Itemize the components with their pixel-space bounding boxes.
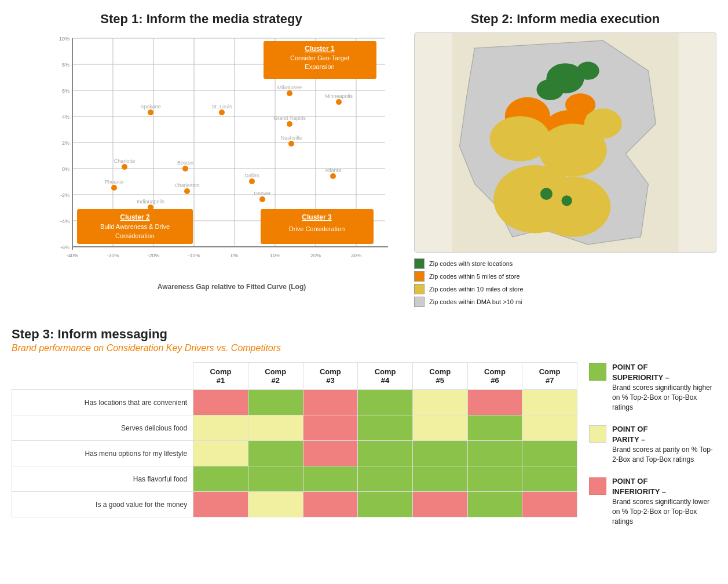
svg-text:Cluster 3: Cluster 3 xyxy=(302,213,332,221)
legend-label-store: Zip codes with store locations xyxy=(429,260,513,267)
legend-superiority-text: POINT OFSUPERIORITY – Brand scores signi… xyxy=(612,362,716,413)
cell-r1-c1 xyxy=(248,415,303,441)
inferiority-desc: Brand scores significantly lower on % To… xyxy=(612,497,716,526)
cell-r3-c3 xyxy=(358,466,413,492)
dot-grandrapids xyxy=(287,121,292,127)
dot-stlouis xyxy=(219,110,225,115)
legend-inferiority: POINT OFINFERIORITY – Brand scores signi… xyxy=(589,476,716,527)
svg-text:Boston: Boston xyxy=(177,160,193,166)
legend-parity: POINT OFPARITY – Brand scores at parity … xyxy=(589,424,716,465)
svg-text:30%: 30% xyxy=(351,253,361,258)
cell-r2-c5 xyxy=(467,441,522,466)
svg-point-78 xyxy=(540,188,553,200)
table-row: Serves delicious food xyxy=(12,415,577,441)
cell-r3-c0 xyxy=(193,466,248,492)
cell-r1-c2 xyxy=(303,415,358,441)
parity-title: POINT OFPARITY – xyxy=(612,424,716,445)
svg-point-81 xyxy=(581,66,587,72)
cell-r4-c4 xyxy=(412,492,467,517)
svg-text:Phoenix: Phoenix xyxy=(105,179,124,185)
svg-point-70 xyxy=(584,108,622,138)
svg-text:-30%: -30% xyxy=(107,253,119,258)
svg-text:Consider Geo-Target: Consider Geo-Target xyxy=(290,54,349,61)
svg-text:Minneapolis: Minneapolis xyxy=(325,93,353,99)
empty-header xyxy=(12,363,193,390)
svg-text:Dallas: Dallas xyxy=(244,173,259,178)
cell-r4-c3 xyxy=(358,492,413,517)
dot-atlanta xyxy=(330,173,336,179)
cell-r1-c3 xyxy=(358,415,413,441)
svg-text:-10%: -10% xyxy=(188,253,200,258)
legend-10miles: Zip codes within 10 miles of store xyxy=(414,284,716,294)
legend-section: POINT OFSUPERIORITY – Brand scores signi… xyxy=(589,362,716,538)
dot-dallas xyxy=(249,178,255,184)
x-axis-label: Awareness Gap relative to Fitted Curve (… xyxy=(72,283,391,291)
svg-text:20%: 20% xyxy=(310,253,321,258)
inferiority-title: POINT OFINFERIORITY – xyxy=(612,476,716,497)
col-comp4: Comp#4 xyxy=(358,363,413,390)
cell-r0-c1 xyxy=(248,390,303,415)
superiority-desc: Brand scores significantly higher on % T… xyxy=(612,383,716,412)
step3-panel: Step 3: Inform messaging Brand performan… xyxy=(12,327,716,538)
cell-r1-c6 xyxy=(522,415,577,441)
swatch-superiority xyxy=(589,363,606,381)
swatch-store xyxy=(414,258,425,269)
cell-r4-c5 xyxy=(467,492,522,517)
swatch-inferiority xyxy=(589,477,606,495)
cell-r0-c2 xyxy=(303,390,358,415)
cell-r2-c2 xyxy=(303,441,358,466)
svg-text:Charleston: Charleston xyxy=(174,183,200,188)
chart-outer: 10% 8% 6% 4% 2% 0% -2% -4% -6% -40% -30%… xyxy=(12,32,391,291)
svg-text:Expansion: Expansion xyxy=(305,63,334,70)
dot-indianapolis xyxy=(148,205,153,210)
col-comp2: Comp#2 xyxy=(248,363,303,390)
cell-r3-c6 xyxy=(522,466,577,492)
swatch-10mi xyxy=(414,284,425,294)
svg-point-64 xyxy=(536,79,564,100)
cell-r0-c3 xyxy=(358,390,413,415)
legend-label-10mi: Zip codes within 10 miles of store xyxy=(429,286,524,293)
legend-store-locations: Zip codes with store locations xyxy=(414,258,716,269)
swatch-parity xyxy=(589,425,606,443)
row-label-3: Has flavorful food xyxy=(12,466,193,492)
comparison-table-area: Comp#1 Comp#2 Comp#3 Comp#4 Comp#5 Comp#… xyxy=(12,362,577,538)
dot-minneapolis xyxy=(336,99,342,105)
dot-spokane xyxy=(148,110,153,115)
cell-r0-c4 xyxy=(412,390,467,415)
top-section: Step 1: Inform the media strategy xyxy=(12,12,716,309)
svg-text:Denver: Denver xyxy=(254,191,270,196)
svg-point-63 xyxy=(577,62,599,80)
svg-text:Grand Rapids: Grand Rapids xyxy=(273,115,306,121)
svg-text:Cluster 1: Cluster 1 xyxy=(305,45,335,53)
svg-text:6%: 6% xyxy=(62,88,69,94)
svg-text:Build Awareness & Drive: Build Awareness & Drive xyxy=(100,223,170,230)
dot-phoenix xyxy=(111,185,117,191)
svg-text:St. Louis: St. Louis xyxy=(211,104,232,110)
col-comp7: Comp#7 xyxy=(522,363,577,390)
row-label-2: Has menu options for my lifestyle xyxy=(12,441,193,466)
swatch-dma xyxy=(414,297,425,307)
step1-title: Step 1: Inform the media strategy xyxy=(12,12,391,27)
svg-text:10%: 10% xyxy=(59,36,69,42)
dot-denver xyxy=(259,196,265,202)
table-row: Has menu options for my lifestyle xyxy=(12,441,577,466)
row-label-1: Serves delicious food xyxy=(12,415,193,441)
cell-r2-c3 xyxy=(358,441,413,466)
svg-text:Indianapolis: Indianapolis xyxy=(137,199,165,205)
table-row: Has flavorful food xyxy=(12,466,577,492)
cell-r0-c0 xyxy=(193,390,248,415)
legend-dma: Zip codes within DMA but >10 mi xyxy=(414,297,716,307)
comparison-table: Comp#1 Comp#2 Comp#3 Comp#4 Comp#5 Comp#… xyxy=(12,362,577,517)
step3-title: Step 3: Inform messaging xyxy=(12,327,716,342)
svg-point-77 xyxy=(535,177,610,237)
table-header-row: Comp#1 Comp#2 Comp#3 Comp#4 Comp#5 Comp#… xyxy=(12,363,577,390)
cell-r3-c4 xyxy=(412,466,467,492)
step2-title: Step 2: Inform media execution xyxy=(414,12,716,27)
cell-r3-c2 xyxy=(303,466,358,492)
dot-nashville xyxy=(288,141,294,147)
map-legend: Zip codes with store locations Zip codes… xyxy=(414,258,716,307)
legend-label-5mi: Zip codes within 5 miles of store xyxy=(429,273,520,280)
cell-r2-c0 xyxy=(193,441,248,466)
parity-desc: Brand scores at parity on % Top-2-Box an… xyxy=(612,445,716,465)
svg-text:-40%: -40% xyxy=(66,253,78,258)
